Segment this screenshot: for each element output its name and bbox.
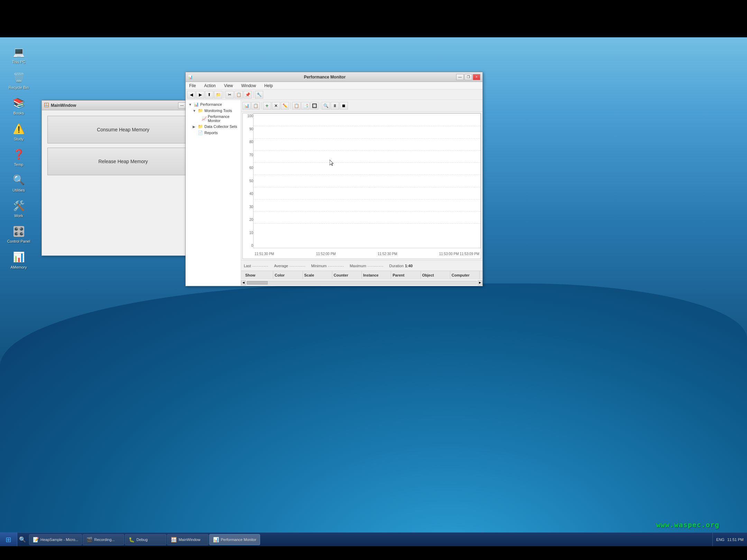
stat-last-value: ---------- — [252, 264, 269, 268]
perf-close-button[interactable]: × — [473, 74, 480, 80]
consume-heap-button[interactable]: Consume Heap Memory — [47, 116, 199, 143]
taskbar-item-recording[interactable]: 🎬 Recording... — [83, 534, 124, 545]
chart-btn-copy[interactable]: 📑 — [301, 102, 310, 110]
desktop-icon-this-pc[interactable]: 💻 This PC — [6, 45, 31, 64]
perf-table-header: Show Color Scale Counter Instance Parent… — [241, 271, 482, 279]
toolbar-btn-up[interactable]: ⬆ — [205, 91, 213, 99]
chart-btn-delete[interactable]: ✕ — [272, 102, 280, 110]
tree-label-performance: Performance — [200, 102, 222, 106]
folder-icon-datacollector: 📁 — [198, 124, 203, 129]
toolbar-btn-paste[interactable]: 📌 — [243, 91, 252, 99]
toolbar-separator-1 — [224, 91, 224, 98]
chart-btn-paste[interactable]: 🔲 — [310, 102, 319, 110]
menu-file[interactable]: File — [188, 83, 197, 89]
scroll-track[interactable] — [247, 281, 477, 285]
taskbar-item-main-window[interactable]: 🪟 MainWindow — [167, 534, 209, 545]
chart-btn-add[interactable]: + — [263, 102, 271, 110]
taskbar-item-heap-sample[interactable]: 📝 HeapSample - Micro... — [29, 534, 82, 545]
release-heap-button[interactable]: Release Heap Memory — [47, 148, 199, 175]
perf-restore-button[interactable]: ❐ — [464, 74, 472, 80]
chart-toolbar: 📊 📋 + ✕ ✏️ 📋 📑 🔲 🔍 ⏸ ⏹ — [241, 100, 482, 112]
black-bar-top — [0, 0, 747, 37]
perf-minimize-button[interactable]: — — [456, 74, 464, 80]
taskbar-item-debug[interactable]: 🐛 Debug — [125, 534, 166, 545]
taskbar-start-button[interactable]: ⊞ — [0, 533, 17, 546]
perf-monitor-taskbar-icon: 📊 — [213, 537, 219, 542]
col-show[interactable]: Show — [244, 271, 273, 279]
chart-btn-properties[interactable]: 📋 — [292, 102, 301, 110]
toolbar-btn-back[interactable]: ◀ — [187, 91, 195, 99]
stat-minimum: Minimum ---------- — [311, 264, 344, 268]
toolbar-btn-properties[interactable]: 🔧 — [255, 91, 263, 99]
grid-line-60 — [253, 162, 480, 163]
desktop-icon-utilities[interactable]: 🔍 Utilities — [6, 173, 31, 193]
toolbar-btn-folder[interactable]: 📁 — [214, 91, 222, 99]
perf-main: 📊 📋 + ✕ ✏️ 📋 📑 🔲 🔍 ⏸ ⏹ — [241, 100, 482, 286]
main-window-content: Consume Heap Memory Release Heap Memory — [42, 110, 204, 181]
utilities-label: Utilities — [12, 188, 25, 193]
menu-window[interactable]: Window — [240, 83, 258, 89]
chart-btn-histogram[interactable]: 📋 — [251, 102, 260, 110]
desktop-icon-work[interactable]: 🛠️ Work — [6, 199, 31, 218]
col-color[interactable]: Color — [273, 271, 303, 279]
control-panel-icon: 🎛️ — [12, 224, 26, 238]
chart-btn-zoom[interactable]: 🔍 — [322, 102, 330, 110]
taskbar-search[interactable]: 🔍 — [17, 533, 28, 546]
tree-item-performance-monitor[interactable]: 📈 Performance Monitor — [186, 114, 241, 123]
col-scale[interactable]: Scale — [303, 271, 332, 279]
utilities-icon: 🔍 — [12, 173, 26, 187]
menu-action[interactable]: Action — [203, 83, 217, 89]
chart-btn-highlight[interactable]: ✏️ — [281, 102, 289, 110]
scroll-right-arrow[interactable]: ▶ — [478, 280, 482, 285]
tree-label-monitoring-tools: Monitoring Tools — [204, 109, 232, 113]
main-window-minimize-button[interactable]: — — [178, 102, 186, 109]
scroll-left-arrow[interactable]: ◀ — [241, 280, 246, 285]
grid-line-70 — [253, 150, 480, 151]
taskbar-item-perf-monitor[interactable]: 📊 Performance Monitor — [209, 534, 260, 545]
y-label-70: 70 — [243, 153, 253, 157]
performance-monitor-window: 📊 Performance Monitor — ❐ × File Action … — [185, 72, 483, 286]
col-object[interactable]: Object — [421, 271, 450, 279]
expand-icon-datacollector: ▶ — [193, 125, 197, 129]
desktop-icon-recycle-bin[interactable]: 🗑️ Recycle Bin — [6, 71, 31, 90]
perf-window-controls: — ❐ × — [456, 74, 480, 80]
chart-btn-stop[interactable]: ⏹ — [340, 102, 348, 110]
recording-icon: 🎬 — [86, 537, 92, 542]
tree-item-data-collector-sets[interactable]: ▶ 📁 Data Collector Sets — [186, 123, 241, 130]
toolbar-btn-forward[interactable]: ▶ — [196, 91, 204, 99]
desktop-icon-temp[interactable]: ❓ Temp — [6, 148, 31, 167]
main-window-titlebar: 🪟 MainWindow — □ × — [42, 101, 204, 110]
col-computer[interactable]: Computer — [450, 271, 480, 279]
books-label: Books — [13, 111, 24, 115]
desktop-icon-amemory[interactable]: 📊 AMemory — [6, 250, 31, 270]
grid-line-20 — [253, 211, 480, 212]
menu-view[interactable]: View — [223, 83, 234, 89]
col-counter[interactable]: Counter — [332, 271, 362, 279]
desktop-icon-books[interactable]: 📚 Books — [6, 96, 31, 115]
tree-item-reports[interactable]: 📄 Reports — [186, 130, 241, 136]
debug-icon: 🐛 — [129, 537, 135, 542]
desktop-icon-study[interactable]: ⚠️ Study — [6, 122, 31, 141]
chart-btn-pause[interactable]: ⏸ — [331, 102, 339, 110]
taskbar-tray: ENG 11:51 PM — [712, 533, 747, 546]
perf-stats-bar: Last ---------- Average ---------- Minim… — [241, 260, 482, 271]
perf-titlebar: 📊 Performance Monitor — ❐ × — [186, 72, 482, 82]
tree-item-monitoring-tools[interactable]: ▼ 📁 Monitoring Tools — [186, 108, 241, 114]
toolbar-btn-cut[interactable]: ✂ — [225, 91, 234, 99]
y-label-40: 40 — [243, 192, 253, 196]
chart-x-labels: 11:51:30 PM 11:52:00 PM 11:52:30 PM 11:5… — [253, 249, 481, 259]
menu-help[interactable]: Help — [263, 83, 274, 89]
col-parent[interactable]: Parent — [391, 271, 421, 279]
tree-item-performance[interactable]: ▼ 📊 Performance — [186, 101, 241, 108]
scroll-thumb[interactable] — [247, 281, 268, 284]
x-label-3: 11:53:00 PM 11:53:09 PM — [439, 252, 479, 256]
chart-btn-graph[interactable]: 📊 — [242, 102, 251, 110]
toolbar-btn-copy[interactable]: 📋 — [234, 91, 243, 99]
tree-label-reports: Reports — [204, 131, 218, 135]
perf-window-title: Performance Monitor — [195, 75, 455, 80]
stat-last: Last ---------- — [244, 264, 268, 268]
taskbar-items: 📝 HeapSample - Micro... 🎬 Recording... 🐛… — [28, 533, 712, 546]
y-label-50: 50 — [243, 179, 253, 183]
col-instance[interactable]: Instance — [362, 271, 391, 279]
desktop-icon-control-panel[interactable]: 🎛️ Control Panel — [6, 224, 31, 244]
